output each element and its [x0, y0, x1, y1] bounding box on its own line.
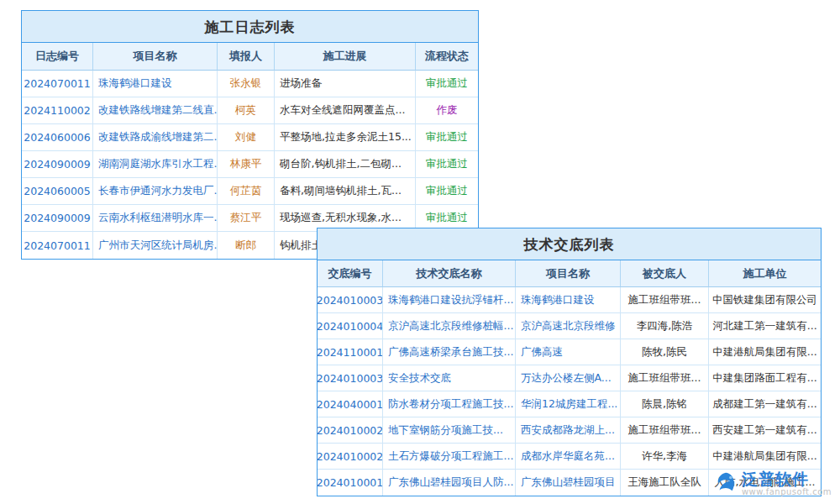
disclosure-id-cell[interactable]: 2024010002: [318, 444, 383, 470]
table-row[interactable]: 2024110001 广佛高速桥梁承台施工技... 广佛高速 陈牧,陈民 中建港…: [318, 339, 821, 365]
unit-cell: 中国铁建集团有限公司: [709, 287, 821, 313]
progress-cell: 砌台阶,钩机排土,二包砌...: [275, 151, 416, 178]
log-id-cell[interactable]: 2024090009: [22, 205, 93, 232]
project-name-cell[interactable]: 珠海鹤港口建设: [516, 287, 621, 313]
technical-disclosure-table: 技术交底列表 交底编号 技术交底名称 项目名称 被交底人 施工单位 202401…: [317, 228, 822, 496]
fanpu-watermark: 泛普软件 www.fanpusoft.com: [713, 470, 832, 497]
reporter-cell: 柯英: [218, 97, 275, 124]
table-row[interactable]: 2024010002 地下室钢筋分项施工技... 西安成都路龙湖上... 施工班…: [318, 417, 821, 444]
column-header-project-name: 项目名称: [516, 260, 621, 287]
log-id-cell[interactable]: 2024070011: [22, 232, 93, 259]
receiver-cell: 陈晨,陈铭: [621, 391, 709, 417]
project-name-cell[interactable]: 改建铁路线增建第二线直...: [93, 97, 218, 124]
project-name-cell[interactable]: 广东佛山碧桂园项目: [516, 470, 621, 496]
brand-url: www.fanpusoft.com: [742, 487, 832, 497]
disclosure-id-cell[interactable]: 2024040001: [318, 391, 383, 417]
column-header-receiver: 被交底人: [621, 260, 709, 287]
receiver-cell: 施工班组带班...: [621, 287, 709, 313]
receiver-cell: 陈牧,陈民: [621, 339, 709, 365]
construction-log-table: 施工日志列表 日志编号 项目名称 填报人 施工进展 流程状态 202407001…: [21, 10, 479, 260]
column-header-reporter: 填报人: [218, 43, 275, 71]
receiver-cell: 许华,李海: [621, 444, 709, 470]
log-id-cell[interactable]: 2024060006: [22, 124, 93, 151]
disclosure-name-cell[interactable]: 广佛高速桥梁承台施工技...: [383, 339, 516, 365]
project-name-cell[interactable]: 广州市天河区统计局机房...: [93, 232, 218, 259]
project-name-cell[interactable]: 华润12城房建工程...: [516, 391, 621, 417]
table-row[interactable]: 2024010004 京沪高速北京段维修桩幅... 京沪高速北京段维修 李四海,…: [318, 313, 821, 339]
progress-cell: 平整场地,拉走多余泥土15...: [275, 124, 416, 151]
project-name-cell[interactable]: 改建铁路成渝线增建第二...: [93, 124, 218, 151]
project-name-cell[interactable]: 云南水利枢纽潜明水库一...: [93, 205, 218, 232]
disclosure-id-cell[interactable]: 2024010003: [318, 287, 383, 313]
table-row[interactable]: 2024070011 珠海鹤港口建设 张永银 进场准备 审批通过: [22, 71, 478, 97]
reporter-cell: 蔡江平: [218, 205, 275, 232]
log-id-cell[interactable]: 2024070011: [22, 71, 93, 97]
table-row[interactable]: 2024060005 长春市伊通河水力发电厂... 何芷茵 备料,砌间墙钩机排土…: [22, 178, 478, 205]
table-row[interactable]: 2024010003 安全技术交底 万达办公楼左侧A... 施工班组带班... …: [318, 365, 821, 391]
log-table-title: 施工日志列表: [22, 11, 478, 43]
unit-cell: 河北建工第一建筑有...: [709, 313, 821, 339]
status-cell: 审批通过: [416, 124, 478, 151]
disclosure-name-cell[interactable]: 安全技术交底: [383, 365, 516, 391]
project-name-cell[interactable]: 长春市伊通河水力发电厂...: [93, 178, 218, 205]
disclosure-name-cell[interactable]: 京沪高速北京段维修桩幅...: [383, 313, 516, 339]
reporter-cell: 张永银: [218, 71, 275, 97]
receiver-cell: 施工班组带班...: [621, 417, 709, 444]
receiver-cell: 王海施工队全队: [621, 470, 709, 496]
status-cell: 审批通过: [416, 151, 478, 178]
column-header-progress: 施工进展: [275, 43, 416, 71]
status-cell: 审批通过: [416, 71, 478, 97]
unit-cell: 成都建工第一建筑有...: [709, 391, 821, 417]
brand-name: 泛普软件: [742, 470, 809, 487]
reporter-cell: 断郎: [218, 232, 275, 259]
receiver-cell: 李四海,陈浩: [621, 313, 709, 339]
disclosure-id-cell[interactable]: 2024010003: [318, 365, 383, 391]
reporter-cell: 刘健: [218, 124, 275, 151]
disclosure-name-cell[interactable]: 防水卷材分项工程施工技...: [383, 391, 516, 417]
table-row[interactable]: 2024040001 防水卷材分项工程施工技... 华润12城房建工程... 陈…: [318, 391, 821, 417]
status-cell: 审批通过: [416, 178, 478, 205]
disclosure-table-header-row: 交底编号 技术交底名称 项目名称 被交底人 施工单位: [318, 260, 821, 287]
progress-cell: 进场准备: [275, 71, 416, 97]
disclosure-name-cell[interactable]: 珠海鹤港口建设抗浮锚杆...: [383, 287, 516, 313]
table-row[interactable]: 2024060006 改建铁路成渝线增建第二... 刘健 平整场地,拉走多余泥土…: [22, 124, 478, 151]
disclosure-id-cell[interactable]: 2024010001: [318, 470, 383, 496]
project-name-cell[interactable]: 珠海鹤港口建设: [93, 71, 218, 97]
disclosure-id-cell[interactable]: 2024110001: [318, 339, 383, 365]
unit-cell: 中建集团路面工程有...: [709, 365, 821, 391]
disclosure-table-title: 技术交底列表: [318, 228, 821, 260]
column-header-status: 流程状态: [416, 43, 478, 71]
table-row[interactable]: 2024090009 湖南洞庭湖水库引水工程... 林康平 砌台阶,钩机排土,二…: [22, 151, 478, 178]
column-header-unit: 施工单位: [709, 260, 821, 287]
disclosure-id-cell[interactable]: 2024010004: [318, 313, 383, 339]
table-row[interactable]: 2024010003 珠海鹤港口建设抗浮锚杆... 珠海鹤港口建设 施工班组带班…: [318, 287, 821, 313]
status-cell: 作废: [416, 97, 478, 124]
project-name-cell[interactable]: 西安成都路龙湖上...: [516, 417, 621, 444]
column-header-disclosure-name: 技术交底名称: [383, 260, 516, 287]
receiver-cell: 施工班组带班...: [621, 365, 709, 391]
disclosure-name-cell[interactable]: 地下室钢筋分项施工技...: [383, 417, 516, 444]
reporter-cell: 何芷茵: [218, 178, 275, 205]
log-id-cell[interactable]: 2024090009: [22, 151, 93, 178]
unit-cell: 中建港航局集团有限...: [709, 339, 821, 365]
disclosure-id-cell[interactable]: 2024010002: [318, 417, 383, 444]
project-name-cell[interactable]: 湖南洞庭湖水库引水工程...: [93, 151, 218, 178]
log-table-header-row: 日志编号 项目名称 填报人 施工进展 流程状态: [22, 43, 478, 71]
progress-cell: 备料,砌间墙钩机排土,瓦...: [275, 178, 416, 205]
project-name-cell[interactable]: 京沪高速北京段维修: [516, 313, 621, 339]
disclosure-name-cell[interactable]: 广东佛山碧桂园项目人防...: [383, 470, 516, 496]
unit-cell: 西安建工第一建筑有...: [709, 417, 821, 444]
table-row[interactable]: 2024010002 土石方爆破分项工程施工... 成都水岸华庭名苑... 许华…: [318, 444, 821, 470]
log-id-cell[interactable]: 2024060005: [22, 178, 93, 205]
log-id-cell[interactable]: 2024110002: [22, 97, 93, 124]
unit-cell: 中建港航局集团有限...: [709, 444, 821, 470]
project-name-cell[interactable]: 广佛高速: [516, 339, 621, 365]
progress-cell: 水车对全线遮阳网覆盖点...: [275, 97, 416, 124]
table-row[interactable]: 2024110002 改建铁路线增建第二线直... 柯英 水车对全线遮阳网覆盖点…: [22, 97, 478, 124]
disclosure-name-cell[interactable]: 土石方爆破分项工程施工...: [383, 444, 516, 470]
reporter-cell: 林康平: [218, 151, 275, 178]
fanpu-logo-icon: [713, 471, 738, 496]
column-header-project-name: 项目名称: [93, 43, 218, 71]
project-name-cell[interactable]: 成都水岸华庭名苑...: [516, 444, 621, 470]
project-name-cell[interactable]: 万达办公楼左侧A...: [516, 365, 621, 391]
